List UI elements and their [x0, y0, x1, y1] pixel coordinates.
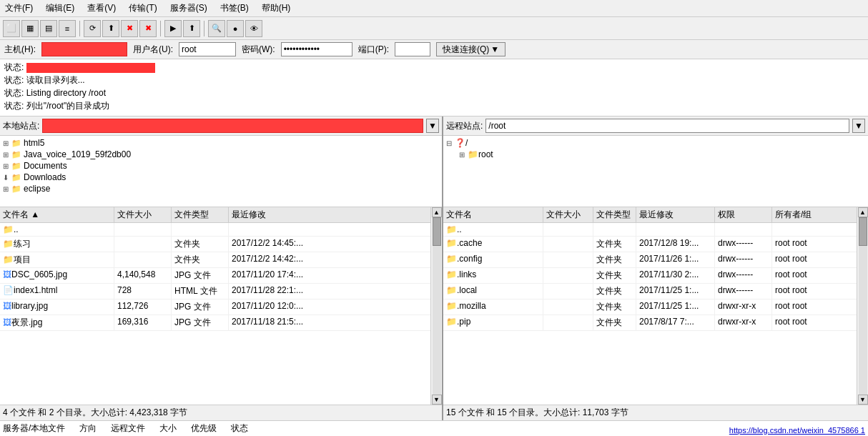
- remote-col-name[interactable]: 文件名: [443, 207, 543, 222]
- remote-file-row[interactable]: 📁.mozilla 文件夹 2017/11/25 1:... drwxr-xr-…: [443, 299, 857, 315]
- remote-tree: ⊟ ❓ / ⊞ 📁 root: [443, 136, 868, 207]
- tree-item-downloads[interactable]: ⬇ 📁 Downloads: [1, 172, 440, 183]
- scroll-track[interactable]: [859, 217, 867, 395]
- file-type: 文件夹: [593, 268, 636, 283]
- tree-label: root: [478, 149, 493, 159]
- toolbar-btn-up2[interactable]: ⬆: [183, 20, 200, 37]
- menu-transfer[interactable]: 传输(T): [127, 1, 159, 15]
- folder-icon: 📁: [11, 150, 21, 159]
- file-size: 4,140,548: [114, 268, 172, 283]
- toolbar-btn-cancel[interactable]: ✖: [121, 20, 138, 37]
- queue-col-server: 服务器/本地文件: [3, 422, 65, 435]
- tree-item-java[interactable]: ⊞ 📁 Java_voice_1019_59f2db00: [1, 149, 440, 160]
- file-type: 文件夹: [172, 237, 229, 252]
- local-col-name[interactable]: 文件名 ▲: [0, 207, 114, 222]
- menu-edit[interactable]: 编辑(E): [44, 1, 77, 15]
- folder-icon: 📁: [446, 238, 457, 248]
- remote-file-row[interactable]: 📁.config 文件夹 2017/11/26 1:... drwx------…: [443, 252, 857, 268]
- queue-col-status: 状态: [231, 422, 248, 435]
- toolbar-btn-refresh[interactable]: ⟳: [84, 20, 101, 37]
- local-file-row[interactable]: 📁..: [0, 223, 430, 237]
- local-path-input[interactable]: [42, 119, 423, 133]
- file-size: 112,726: [114, 299, 172, 314]
- local-file-header: 文件名 ▲ 文件大小 文件类型 最近修改: [0, 207, 430, 223]
- menu-help[interactable]: 帮助(H): [260, 1, 293, 15]
- local-path-dropdown[interactable]: ▼: [426, 119, 439, 133]
- quickconnect-button[interactable]: 快速连接(Q) ▼: [436, 42, 505, 56]
- local-col-modified[interactable]: 最近修改: [229, 207, 430, 222]
- local-col-size[interactable]: 文件大小: [114, 207, 172, 222]
- local-file-row[interactable]: 📄index1.html 728 HTML 文件 2017/11/28 22:1…: [0, 284, 430, 299]
- remote-file-row[interactable]: 📁.local 文件夹 2017/11/25 1:... drwx------ …: [443, 284, 857, 299]
- local-col-type[interactable]: 文件类型: [172, 207, 229, 222]
- toolbar-btn-up[interactable]: ⬆: [102, 20, 119, 37]
- toolbar-btn-3[interactable]: ≡: [59, 20, 76, 37]
- toolbar-btn-1[interactable]: ▦: [21, 20, 39, 37]
- menu-bookmark[interactable]: 书签(B): [218, 1, 251, 15]
- scroll-thumb[interactable]: [433, 217, 441, 246]
- tree-item-html5[interactable]: ⊞ 📁 html5: [1, 137, 440, 149]
- toolbar-btn-2[interactable]: ▤: [40, 20, 57, 37]
- remote-file-row[interactable]: 📁..: [443, 223, 857, 237]
- scroll-down-btn[interactable]: ▼: [858, 395, 868, 405]
- local-file-row[interactable]: 🖼夜景.jpg 169,316 JPG 文件 2017/11/18 21:5:.…: [0, 315, 430, 331]
- file-type: 文件夹: [593, 252, 636, 267]
- host-input[interactable]: [41, 42, 127, 56]
- remote-path-dropdown[interactable]: ▼: [852, 119, 865, 133]
- menu-file[interactable]: 文件(F): [3, 1, 35, 15]
- remote-file-row[interactable]: 📁.pip 文件夹 2017/8/17 7:... drwxr-xr-x roo…: [443, 315, 857, 331]
- scroll-up-btn[interactable]: ▲: [432, 207, 442, 217]
- file-modified: 2017/11/25 1:...: [636, 299, 715, 314]
- remote-tree-item-root-dir[interactable]: ⊞ 📁 root: [445, 149, 867, 160]
- remote-scrollbar[interactable]: ▲ ▼: [857, 207, 868, 405]
- folder-icon: 📁: [11, 162, 21, 171]
- toolbar-btn-0[interactable]: ⬜: [3, 20, 20, 37]
- port-label: 端口(P):: [358, 44, 389, 56]
- toolbar: ⬜ ▦ ▤ ≡ ⟳ ⬆ ✖ ✖ ▶ ⬆ 🔍 ● 👁: [0, 17, 868, 40]
- pass-input[interactable]: [281, 42, 352, 56]
- tree-item-documents[interactable]: ⊞ 📁 Documents: [1, 160, 440, 172]
- toolbar-btn-play[interactable]: ▶: [164, 20, 182, 37]
- remote-tree-item-root[interactable]: ⊟ ❓ /: [445, 137, 867, 149]
- unknown-icon: ❓: [455, 138, 465, 148]
- local-file-row[interactable]: 📁练习 文件夹 2017/12/2 14:45:...: [0, 237, 430, 252]
- remote-file-row[interactable]: 📁.links 文件夹 2017/11/30 2:... drwx------ …: [443, 268, 857, 284]
- user-input[interactable]: [179, 42, 236, 56]
- scroll-down-btn[interactable]: ▼: [432, 395, 442, 405]
- local-tree: ⊞ 📁 html5 ⊞ 📁 Java_voice_1019_59f2db00 ⊞…: [0, 136, 442, 207]
- toolbar-btn-search[interactable]: 🔍: [208, 20, 225, 37]
- remote-col-owner[interactable]: 所有者/组: [772, 207, 857, 222]
- remote-file-row[interactable]: 📁.cache 文件夹 2017/12/8 19:... drwx------ …: [443, 237, 857, 252]
- remote-col-perms[interactable]: 权限: [715, 207, 772, 222]
- menu-server[interactable]: 服务器(S): [168, 1, 209, 15]
- local-scrollbar[interactable]: ▲ ▼: [430, 207, 442, 405]
- file-type: [593, 223, 636, 236]
- toolbar-btn-cancel2[interactable]: ✖: [139, 20, 157, 37]
- folder-icon: 📁: [446, 285, 457, 295]
- scroll-track[interactable]: [433, 217, 441, 395]
- file-name: 📁.cache: [443, 237, 543, 252]
- tree-item-eclipse[interactable]: ⊞ 📁 eclipse: [1, 183, 440, 194]
- menu-view[interactable]: 查看(V): [85, 1, 118, 15]
- scroll-up-btn[interactable]: ▲: [858, 207, 868, 217]
- local-file-row[interactable]: 🖼library.jpg 112,726 JPG 文件 2017/11/20 1…: [0, 299, 430, 315]
- file-type: 文件夹: [172, 252, 229, 267]
- toolbar-btn-eye[interactable]: 👁: [245, 20, 262, 37]
- file-name: 📁..: [443, 223, 543, 236]
- tree-label: Documents: [24, 161, 67, 171]
- remote-path-input[interactable]: [485, 119, 849, 133]
- file-owner: root root: [772, 315, 857, 330]
- local-file-row[interactable]: 🖼DSC_0605.jpg 4,140,548 JPG 文件 2017/11/2…: [0, 268, 430, 284]
- port-input[interactable]: [395, 42, 430, 56]
- scroll-thumb[interactable]: [859, 217, 867, 246]
- local-file-row[interactable]: 📁项目 文件夹 2017/12/2 14:42:...: [0, 252, 430, 268]
- toolbar-sep-1: [79, 21, 80, 36]
- remote-file-header: 文件名 文件大小 文件类型 最近修改 权限 所有者/组: [443, 207, 857, 223]
- remote-col-modified[interactable]: 最近修改: [636, 207, 715, 222]
- remote-col-type[interactable]: 文件类型: [593, 207, 636, 222]
- remote-col-size[interactable]: 文件大小: [543, 207, 593, 222]
- image-icon: 🖼: [3, 301, 11, 311]
- toolbar-btn-dot[interactable]: ●: [227, 20, 244, 37]
- file-modified: 2017/11/28 22:1:...: [229, 284, 430, 299]
- folder-icon: 📁: [11, 139, 21, 148]
